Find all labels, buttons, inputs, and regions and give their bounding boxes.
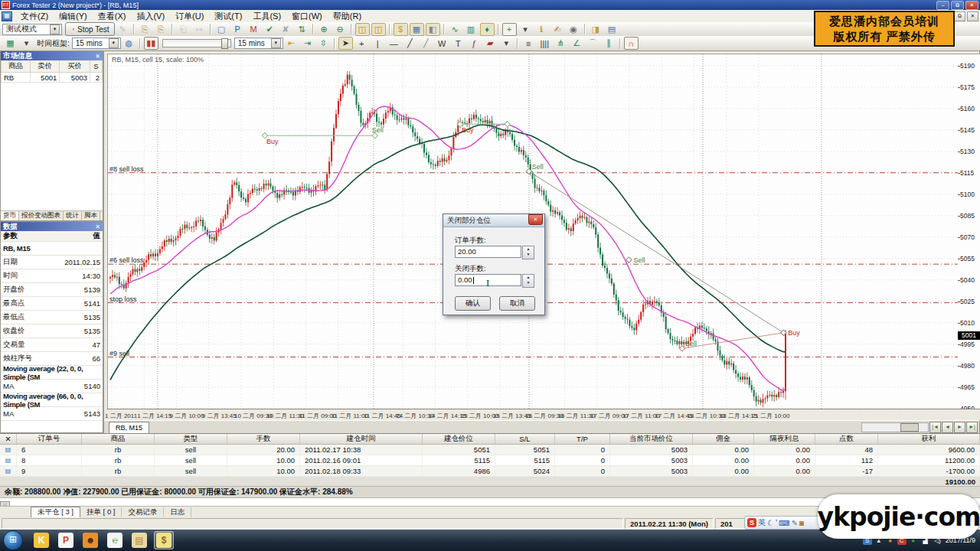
ray-tool-icon[interactable]: ╱ xyxy=(419,37,433,50)
orders-column-header[interactable]: 当前市场价位 xyxy=(610,434,693,444)
orders-column-header[interactable]: 类型 xyxy=(155,434,227,444)
menu-item[interactable]: 插入(V) xyxy=(131,11,170,21)
orders-column-header[interactable]: 手数 xyxy=(227,434,300,444)
close-icon[interactable]: ✕ xyxy=(95,53,100,60)
softkeyboard-icon[interactable]: ⌨ xyxy=(779,519,789,527)
orders-tab[interactable]: 挂单 [ 0 ] xyxy=(80,507,122,517)
market-tab[interactable]: 统计 xyxy=(64,211,82,220)
save-template-icon[interactable]: ◨ xyxy=(589,23,603,36)
minimize-button[interactable]: – xyxy=(936,1,949,10)
market-order-icon[interactable]: M xyxy=(247,23,261,36)
scroll-right-icon[interactable]: ► xyxy=(954,422,965,433)
menu-item[interactable]: 窗口(W) xyxy=(286,11,328,21)
scroll-left-icon[interactable]: ◄ xyxy=(942,422,953,433)
order-row[interactable]: ▤6rbsell20.002011.02.17 10:3850515051050… xyxy=(0,445,980,455)
slider-thumb[interactable] xyxy=(221,38,228,49)
orders-column-header[interactable]: 隔夜利息 xyxy=(754,434,815,444)
panel-close-icon[interactable]: ✕ xyxy=(0,434,17,444)
stop-test-button[interactable]: ◔ Stop Test xyxy=(65,22,115,36)
sync-charts-icon[interactable]: ◫ xyxy=(355,23,370,36)
market-tab[interactable]: 货币 xyxy=(1,211,19,220)
chart-scrollbar[interactable] xyxy=(861,422,929,432)
sogou-icon[interactable]: S xyxy=(747,518,756,527)
magnet-icon[interactable]: ∩ xyxy=(624,37,639,50)
panels-window-icon[interactable]: ◧ xyxy=(426,23,440,36)
new-note-icon[interactable]: ▢ xyxy=(214,23,229,36)
vline-tool-icon[interactable]: | xyxy=(371,37,385,50)
snapshot-icon[interactable]: ◉ xyxy=(567,23,581,36)
close-lots-spinner[interactable]: ▲▼ xyxy=(522,274,534,288)
menu-item[interactable]: 工具(S) xyxy=(247,11,286,21)
candle-chart-icon[interactable]: ♦ xyxy=(480,23,495,36)
market-tab[interactable]: 报价变动图表 xyxy=(19,211,64,220)
auto-scroll-icon[interactable]: ⇳ xyxy=(316,37,331,50)
notes-icon[interactable]: ✍ xyxy=(550,23,565,36)
confirm-order-icon[interactable]: ✔ xyxy=(263,23,277,36)
forward-icon[interactable]: ↦ xyxy=(192,23,207,36)
speed-slider[interactable] xyxy=(162,39,231,47)
statistics-window-icon[interactable]: ▦ xyxy=(410,23,424,36)
menu-item[interactable]: 编辑(Y) xyxy=(54,11,93,21)
market-row[interactable]: RB500150032 xyxy=(2,73,103,83)
info-icon[interactable]: ℹ xyxy=(534,23,549,36)
taskbar-photo-icon[interactable]: ☻ xyxy=(80,531,100,549)
restore-button[interactable]: ⧉ xyxy=(951,1,964,10)
market-tab[interactable]: 脚本 xyxy=(82,211,100,220)
orders-tab[interactable]: 交易记录 xyxy=(122,507,164,517)
orders-column-header[interactable]: 佣金 xyxy=(693,434,754,444)
tile-windows-icon[interactable]: ▤ xyxy=(605,23,619,36)
pause-button[interactable]: ▮▮ xyxy=(144,37,158,50)
copy-project-icon[interactable]: ⎘ xyxy=(138,23,152,36)
step-candle-icon[interactable]: ⇥ xyxy=(300,37,315,50)
taskbar-folder-icon[interactable]: ▤ xyxy=(129,531,149,549)
chart-edit-icon[interactable]: ✎ xyxy=(116,23,130,36)
orders-tab[interactable]: 未平仓 [ 3 ] xyxy=(31,507,80,517)
sync-crosshair-icon[interactable]: ◫ xyxy=(371,23,386,36)
modify-order-icon[interactable]: ⇅ xyxy=(295,23,309,36)
menu-item[interactable]: 文件(Z) xyxy=(15,11,54,21)
jump-back-icon[interactable]: ⇤ xyxy=(284,37,299,50)
order-lots-spinner[interactable]: ▲▼ xyxy=(522,246,534,259)
zoom-out-icon[interactable]: ⊖ xyxy=(333,23,348,36)
zoom-in-icon[interactable]: ⊕ xyxy=(317,23,332,36)
scrollbar-thumb[interactable] xyxy=(900,423,919,432)
account-window-icon[interactable]: $ xyxy=(394,23,408,36)
pending-order-icon[interactable]: P xyxy=(230,23,245,36)
fibo-fan-tool-icon[interactable]: ∠ xyxy=(570,37,584,50)
taskbar-forextester-icon[interactable]: $ xyxy=(154,531,174,549)
taskbar-powerpoint-icon[interactable]: P xyxy=(56,531,76,549)
order-row[interactable]: ▤9rbsell10.002011.02.18 09:3349865024050… xyxy=(0,466,980,477)
orders-column-header[interactable]: 获利 xyxy=(878,434,980,444)
close-icon[interactable]: ✕ xyxy=(95,223,100,230)
copy-chart-icon[interactable]: ⎘ xyxy=(154,23,168,36)
fibo-tool-icon[interactable]: ƒ xyxy=(467,37,482,50)
taskbar-browser-icon[interactable]: ℮ xyxy=(105,531,125,549)
ime-pen-icon[interactable]: ✎ xyxy=(792,519,798,527)
channel-tool-icon[interactable]: ∥ xyxy=(602,37,616,50)
hline-tool-icon[interactable]: — xyxy=(387,37,401,50)
confirm-button[interactable]: 确认 xyxy=(455,296,491,311)
globe-icon[interactable]: ◍ xyxy=(122,37,136,50)
wave-tool-icon[interactable]: W xyxy=(435,37,449,50)
orders-column-header[interactable]: 商品 xyxy=(82,434,155,444)
close-button[interactable]: ✕ xyxy=(965,1,978,10)
orders-tab[interactable]: 日志 xyxy=(164,507,191,517)
punctuation-icon[interactable]: ’ xyxy=(776,519,777,527)
mdi-restore-button[interactable]: ⧉ xyxy=(954,11,965,21)
new-chart-icon[interactable]: ▦ xyxy=(3,37,18,50)
pitchfork-tool-icon[interactable]: ⋔ xyxy=(554,37,568,50)
indicator-dropdown-arrow[interactable]: ▾ xyxy=(518,23,533,36)
menu-item[interactable]: 帮助(R) xyxy=(328,11,367,21)
shapes-dropdown-arrow[interactable]: ▾ xyxy=(499,37,514,50)
time-axis[interactable]: 1 二月 20111 二月 14:159 二月 10:009 二月 13:451… xyxy=(107,409,980,420)
chart-tab[interactable]: RB, M15 xyxy=(109,422,149,433)
hlines-set-icon[interactable]: ≡ xyxy=(521,37,536,50)
test-mode-select[interactable]: 测试模式▾ xyxy=(2,24,62,35)
line-chart-icon[interactable]: ∿ xyxy=(448,23,462,36)
lang-en-icon[interactable]: 英 xyxy=(758,517,766,528)
order-lots-input[interactable]: 20.00 xyxy=(455,246,521,258)
fibo-arc-tool-icon[interactable]: ⌒ xyxy=(586,37,600,50)
start-button[interactable]: ⊞ xyxy=(3,530,23,550)
trendline-tool-icon[interactable]: ╱ xyxy=(403,37,417,50)
halfmoon-icon[interactable]: ☾ xyxy=(767,519,774,527)
